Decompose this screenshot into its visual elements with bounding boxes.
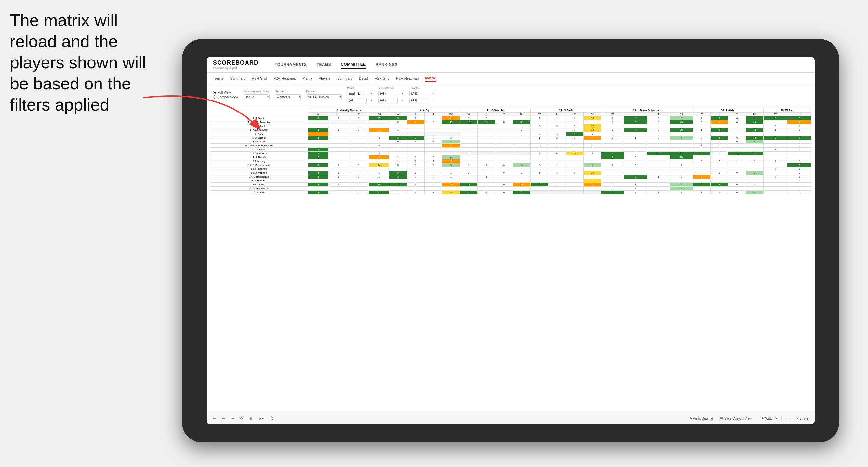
- players-sub-select[interactable]: (All): [409, 98, 429, 103]
- matrix-cell: [711, 175, 728, 179]
- region-select[interactable]: East - DII: [347, 91, 373, 96]
- table-row: 11. G Woods3010101414017240204: [210, 152, 811, 155]
- matrix-cell: 1: [728, 159, 746, 163]
- matrix-cell: [693, 187, 710, 191]
- radio-compact-view[interactable]: Compact View: [213, 95, 238, 99]
- players-select-wrapper[interactable]: (All): [409, 90, 435, 96]
- matrix-cell: [530, 167, 548, 171]
- matrix-cell: [460, 179, 477, 183]
- matrix-cell: [566, 175, 583, 179]
- nav-teams[interactable]: TEAMS: [317, 61, 331, 68]
- matrix-cell: [583, 175, 601, 179]
- matrix-cell: [711, 124, 728, 128]
- matrix-cell: 1: [477, 175, 495, 179]
- max-players-select[interactable]: Top 25: [244, 94, 270, 100]
- matrix-cell: [349, 120, 369, 124]
- matrix-cell: 2: [407, 136, 425, 140]
- col-header-2: 2. M Kelly Mulcahy: [308, 108, 389, 113]
- matrix-cell: 1: [693, 117, 710, 120]
- matrix-cell: 4: [624, 128, 647, 132]
- region-sub-select-wrapper[interactable]: (All): [347, 97, 373, 103]
- matrix-cell: [624, 159, 647, 163]
- matrix-cell: 0: [513, 171, 530, 175]
- matrix-cell: 0: [693, 136, 710, 140]
- matrix-cell: [670, 132, 693, 136]
- redo-btn[interactable]: ↪: [229, 416, 236, 421]
- sub-w-5: W: [601, 113, 624, 117]
- watch-btn[interactable]: 👁 Watch ▾: [759, 416, 779, 421]
- sub-nav-summary[interactable]: Summary: [230, 75, 245, 82]
- undo2-btn[interactable]: ↩: [220, 416, 227, 421]
- matrix-cell: 1: [787, 128, 811, 132]
- gender-select[interactable]: Women's: [275, 94, 301, 100]
- matrix-cell: [407, 128, 425, 132]
- matrix-cell: [746, 144, 763, 148]
- matrix-cell: 0: [764, 124, 787, 128]
- matrix-cell: 0: [425, 183, 442, 187]
- save-custom-btn[interactable]: 💾 Save Custom View: [717, 416, 753, 421]
- matrix-cell: 0: [746, 159, 763, 163]
- matrix-cell: 0: [624, 163, 647, 167]
- share-btn[interactable]: ↗ Share: [794, 416, 810, 421]
- matrix-cell: 1: [407, 163, 425, 167]
- region-select-wrapper[interactable]: East - DII: [347, 90, 373, 96]
- division-select[interactable]: NCAA Division II: [306, 94, 342, 100]
- players-sub-select-wrapper[interactable]: (All): [409, 97, 435, 103]
- logo-main: SCOREBOARD: [213, 60, 258, 66]
- matrix-cell: 0: [670, 175, 693, 179]
- division-select-wrapper[interactable]: NCAA Division II: [306, 94, 342, 100]
- sub-nav-summary2[interactable]: Summary: [337, 75, 352, 82]
- sub-nav-detail[interactable]: Detail: [359, 75, 368, 82]
- filter-btn[interactable]: ⊞: [247, 416, 254, 421]
- nav-rankings[interactable]: RANKINGS: [376, 61, 398, 68]
- tablet-frame: SCOREBOARD Powered by clippd TOURNAMENTS…: [182, 39, 839, 442]
- matrix-cell: [566, 148, 583, 152]
- sub-nav-matrix[interactable]: Matrix: [303, 75, 312, 82]
- conference-select[interactable]: (All): [378, 91, 404, 96]
- matrix-cell: [477, 159, 495, 163]
- matrix-cell: 4: [566, 132, 583, 136]
- undo-btn[interactable]: ↩: [211, 416, 218, 421]
- region-sub-select[interactable]: (All): [347, 98, 367, 103]
- sub-nav-h2hheatmap[interactable]: H2H Heatmap: [273, 75, 296, 82]
- matrix-cell: [670, 124, 693, 128]
- matrix-cell: 0: [530, 124, 548, 128]
- more-btn[interactable]: ⋯: [784, 416, 792, 421]
- matrix-cell: [764, 163, 787, 167]
- matrix-cell: 0: [787, 140, 811, 144]
- nav-committee[interactable]: COMMITTEE: [341, 61, 366, 69]
- clock-btn[interactable]: ⏱: [269, 416, 276, 421]
- sub-nav-players[interactable]: Players: [319, 75, 331, 82]
- matrix-cell: 17: [583, 124, 601, 128]
- matrix-cell: [425, 179, 442, 183]
- sub-nav-h2hheatmap2[interactable]: H2H Heatmap: [396, 75, 419, 82]
- matrix-cell: [601, 167, 624, 171]
- radio-full-view[interactable]: Full View: [213, 91, 238, 94]
- sub-nav-teams[interactable]: Teams: [213, 75, 223, 82]
- refresh-btn[interactable]: ⟳: [238, 416, 245, 421]
- gender-select-wrapper[interactable]: Women's: [275, 94, 301, 100]
- matrix-cell: [349, 144, 369, 148]
- sub-nav-h2hgrid2[interactable]: H2H Grid: [375, 75, 390, 82]
- matrix-cell: [728, 148, 746, 152]
- table-row: 5. A Nomrowski310-111001414025131311: [210, 128, 811, 132]
- conference-sub-select[interactable]: (All): [378, 98, 398, 103]
- matrix-cell: [583, 140, 601, 144]
- conference-select-wrapper[interactable]: (All): [378, 90, 404, 96]
- matrix-cell: 24: [746, 136, 763, 140]
- sub-nav-h2hgrid[interactable]: H2H Grid: [252, 75, 267, 82]
- matrix-cell: 3: [624, 117, 647, 120]
- matrix-cell: [477, 187, 495, 191]
- matrix-cell: [548, 191, 566, 194]
- matrix-cell: 1: [407, 175, 425, 179]
- conference-sub-select-wrapper[interactable]: (All): [378, 97, 404, 103]
- max-players-select-wrapper[interactable]: Top 25: [244, 94, 270, 100]
- matrix-cell: [530, 140, 548, 144]
- players-select[interactable]: (All): [409, 91, 435, 96]
- sub-nav-matrix-active[interactable]: Matrix: [425, 75, 435, 82]
- view-original-btn[interactable]: 👁 View: Original: [687, 416, 715, 421]
- matrix-cell: 0: [369, 136, 389, 140]
- zoom-btn[interactable]: ⊕ −: [257, 416, 266, 421]
- nav-tournaments[interactable]: TOURNAMENTS: [275, 61, 307, 68]
- matrix-cell: 0: [407, 140, 425, 144]
